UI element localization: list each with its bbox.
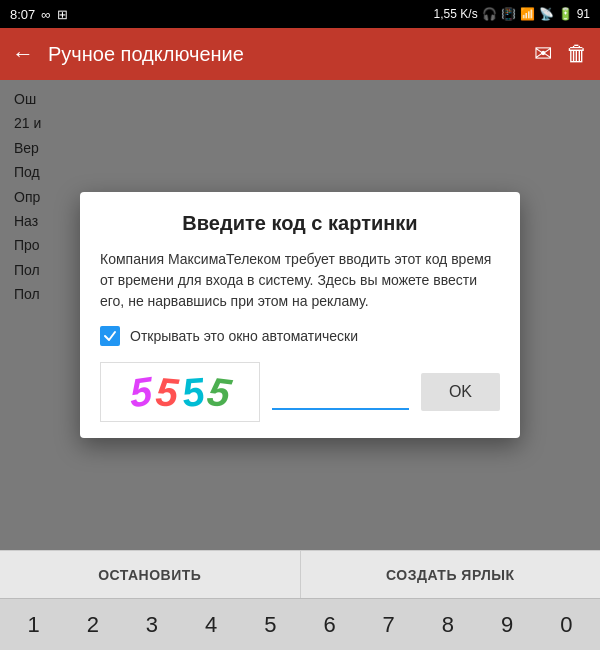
checkbox-label: Открывать это окно автоматически <box>130 328 358 344</box>
toolbar-title: Ручное подключение <box>48 43 520 66</box>
status-left: 8:07 ∞ ⊞ <box>10 7 68 22</box>
shortcut-button[interactable]: СОЗДАТЬ ЯРЛЫК <box>301 551 601 598</box>
toolbar: ← Ручное подключение ✉ 🗑 <box>0 28 600 80</box>
key-2[interactable]: 2 <box>67 605 119 645</box>
key-3[interactable]: 3 <box>126 605 178 645</box>
captcha-dialog: Введите код с картинки Компания МаксимаТ… <box>80 192 520 438</box>
main-area: Ош 21 и Вер Под Опр Наз Про Пол Пол Введ… <box>0 80 600 550</box>
captcha-input[interactable] <box>272 374 409 408</box>
captcha-image: 5 5 5 5 <box>100 362 260 422</box>
back-button[interactable]: ← <box>12 41 34 67</box>
key-4[interactable]: 4 <box>185 605 237 645</box>
grid-icon: ⊞ <box>57 7 68 22</box>
dialog-body: Компания МаксимаТелеком требует вводить … <box>100 249 500 312</box>
key-0[interactable]: 0 <box>540 605 592 645</box>
key-5[interactable]: 5 <box>244 605 296 645</box>
delete-button[interactable]: 🗑 <box>566 41 588 67</box>
bottom-buttons: ОСТАНОВИТЬ СОЗДАТЬ ЯРЛЫК <box>0 550 600 598</box>
battery-level: 91 <box>577 7 590 21</box>
captcha-digit-1: 5 <box>129 370 153 413</box>
captcha-digit-4: 5 <box>205 371 235 413</box>
captcha-digits: 5 5 5 5 <box>130 372 231 412</box>
key-1[interactable]: 1 <box>8 605 60 645</box>
captcha-input-container <box>272 374 409 410</box>
wifi-icon: 📶 <box>520 7 535 21</box>
number-keyboard: 1234567890 <box>0 598 600 650</box>
checkbox-row: Открывать это окно автоматически <box>100 326 500 346</box>
key-7[interactable]: 7 <box>363 605 415 645</box>
time: 8:07 <box>10 7 35 22</box>
email-button[interactable]: ✉ <box>534 41 552 67</box>
headphone-icon: 🎧 <box>482 7 497 21</box>
stop-button[interactable]: ОСТАНОВИТЬ <box>0 551 301 598</box>
captcha-digit-2: 5 <box>154 371 180 413</box>
speed: 1,55 K/s <box>434 7 478 21</box>
status-right: 1,55 K/s 🎧 📳 📶 📡 🔋 91 <box>434 7 590 21</box>
captcha-row: 5 5 5 5 OK <box>100 362 500 422</box>
sim-icon: 📳 <box>501 7 516 21</box>
key-6[interactable]: 6 <box>304 605 356 645</box>
key-9[interactable]: 9 <box>481 605 533 645</box>
dialog-title: Введите код с картинки <box>100 212 500 235</box>
signal-icon: 📡 <box>539 7 554 21</box>
ok-button[interactable]: OK <box>421 373 500 411</box>
battery-icon: 🔋 <box>558 7 573 21</box>
captcha-digit-3: 5 <box>180 371 207 412</box>
auto-open-checkbox[interactable] <box>100 326 120 346</box>
infinity-icon: ∞ <box>41 7 50 22</box>
key-8[interactable]: 8 <box>422 605 474 645</box>
status-bar: 8:07 ∞ ⊞ 1,55 K/s 🎧 📳 📶 📡 🔋 91 <box>0 0 600 28</box>
